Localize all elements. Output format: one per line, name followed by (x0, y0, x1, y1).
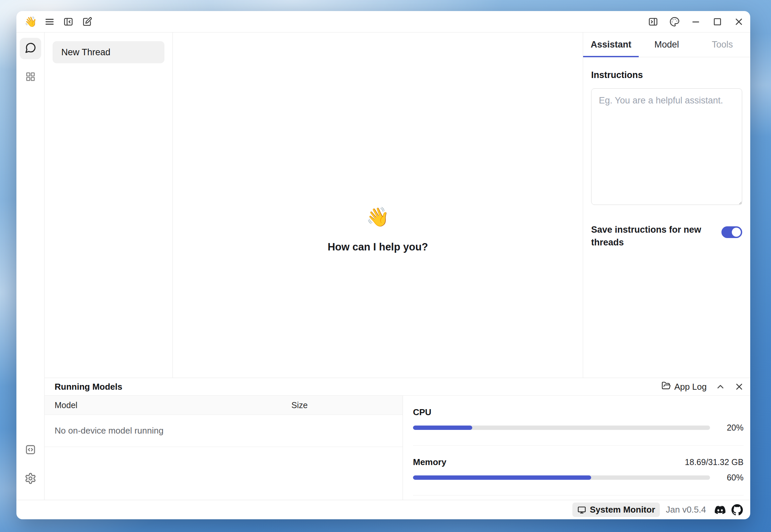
chat-main-area: 👋 How can I help you? (173, 32, 583, 378)
memory-usage-value: 18.69/31.32 GB (685, 457, 744, 467)
sidebar-item-threads[interactable] (20, 38, 41, 59)
panel-right-toggle-icon[interactable] (647, 16, 659, 28)
grid-icon (25, 71, 36, 84)
instructions-input[interactable] (591, 88, 742, 205)
code-icon (25, 444, 36, 457)
column-header-model: Model (45, 400, 291, 410)
compose-icon[interactable] (81, 16, 93, 28)
table-header-row: Model Size (45, 395, 403, 415)
greeting-text: How can I help you? (328, 241, 428, 253)
memory-label: Memory (413, 457, 446, 467)
memory-percent-value: 60% (710, 473, 744, 482)
panel-left-toggle-icon[interactable] (62, 16, 74, 28)
chat-bubble-icon (24, 42, 37, 55)
app-log-label: App Log (674, 382, 707, 392)
sidebar-item-hub[interactable] (20, 67, 41, 88)
app-version: Jan v0.5.4 (666, 505, 706, 515)
status-bar: System Monitor Jan v0.5.4 (16, 500, 750, 519)
resource-gauges: CPU 20% (403, 395, 750, 500)
tab-assistant[interactable]: Assistant (583, 32, 639, 57)
memory-progress-track (413, 475, 710, 480)
thread-title: New Thread (61, 47, 111, 58)
cpu-percent-value: 20% (710, 423, 744, 433)
assistant-panel: Assistant Model Tools Instructions Save … (583, 32, 750, 378)
discord-icon[interactable] (715, 505, 725, 515)
table-empty-message: No on-device model running (45, 415, 403, 447)
app-logo-wave: 👋 (24, 17, 37, 27)
folder-open-icon (661, 381, 671, 393)
cpu-progress-track (413, 426, 710, 430)
memory-progress-fill (413, 475, 591, 480)
toggle-knob (732, 228, 741, 237)
column-header-size: Size (291, 400, 403, 410)
left-rail (16, 32, 45, 500)
jan-app-window: 👋 (16, 11, 750, 519)
wave-emoji: 👋 (366, 208, 390, 226)
github-icon[interactable] (731, 504, 743, 516)
tab-tools[interactable]: Tools (695, 32, 750, 57)
app-log-button[interactable]: App Log (661, 381, 707, 393)
system-monitor-label: System Monitor (590, 505, 655, 515)
tab-model[interactable]: Model (639, 32, 694, 57)
sidebar-item-local-api-server[interactable] (20, 440, 41, 461)
thread-list-item[interactable]: New Thread (53, 41, 164, 63)
cpu-label: CPU (413, 407, 431, 417)
close-icon[interactable] (733, 16, 745, 28)
save-instructions-label: Save instructions for new threads (591, 224, 702, 249)
collapse-panel-icon[interactable] (715, 382, 725, 392)
instructions-label: Instructions (591, 70, 742, 80)
system-monitor-button[interactable]: System Monitor (572, 503, 660, 517)
thread-list-panel: New Thread (45, 32, 173, 378)
minimize-icon[interactable] (690, 16, 702, 28)
right-panel-tabs: Assistant Model Tools (583, 32, 750, 57)
cpu-gauge: CPU 20% (413, 407, 744, 446)
save-instructions-toggle[interactable] (721, 226, 742, 238)
close-panel-icon[interactable] (734, 382, 744, 392)
titlebar: 👋 (16, 11, 750, 32)
menu-icon[interactable] (44, 16, 56, 28)
maximize-icon[interactable] (711, 16, 723, 28)
gear-icon (24, 472, 37, 486)
palette-icon[interactable] (669, 16, 681, 28)
monitor-icon (577, 505, 586, 515)
sidebar-item-settings[interactable] (20, 468, 41, 490)
system-monitor-panel: Running Models App Log (45, 378, 750, 500)
desktop-wallpaper: 👋 (0, 0, 771, 532)
cpu-progress-fill (413, 426, 472, 430)
memory-gauge: Memory 18.69/31.32 GB 60% (413, 457, 744, 496)
running-models-title: Running Models (55, 382, 122, 392)
running-models-table: Model Size No on-device model running (45, 395, 403, 500)
